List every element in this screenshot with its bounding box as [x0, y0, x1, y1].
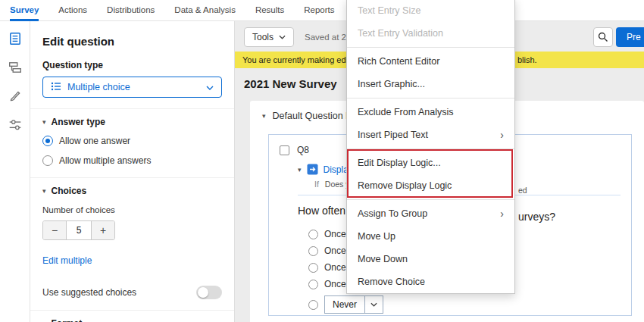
radio-icon — [308, 246, 318, 256]
submenu-arrow-icon: › — [500, 202, 504, 225]
choice-count-stepper: − 5 + — [42, 220, 115, 240]
menu-divider — [347, 199, 514, 200]
disclosure-triangle-icon: ▾ — [298, 166, 302, 174]
radio-icon — [308, 300, 318, 310]
choices-section: ▾ Choices Number of choices − 5 + Edit m… — [30, 177, 234, 299]
menu-item-insert-graphic[interactable]: Insert Graphic... — [347, 73, 514, 95]
menu-item-rich-content-editor[interactable]: Rich Content Editor — [347, 50, 514, 73]
context-menu: Text Entry Size Text Entry Validation Ri… — [346, 0, 515, 294]
radio-icon — [308, 230, 318, 239]
question-checkbox[interactable] — [280, 145, 289, 155]
top-nav: Survey Actions Distributions Data & Anal… — [0, 0, 644, 21]
menu-item-exclude-from-analysis[interactable]: Exclude From Analysis — [347, 101, 514, 123]
disclosure-triangle-icon: ▾ — [42, 118, 46, 126]
block-label: Default Question B — [273, 111, 352, 121]
search-icon — [598, 32, 608, 42]
menu-divider — [347, 47, 514, 48]
survey-builder-icon[interactable] — [8, 32, 22, 45]
use-suggested-choices-label: Use suggested choices — [42, 287, 136, 298]
radio-icon[interactable] — [42, 155, 53, 166]
condition-if: If — [314, 180, 319, 189]
search-button[interactable] — [593, 27, 613, 47]
submenu-arrow-icon: › — [500, 123, 504, 146]
answer-type-section: ▾ Answer type Allow one answer Allow mul… — [30, 108, 234, 167]
suggested-choices-row: Use suggested choices — [42, 286, 222, 299]
choices-label: Choices — [52, 186, 87, 196]
preview-button[interactable]: Pre — [616, 27, 644, 47]
chevron-down-icon[interactable] — [364, 296, 383, 313]
disclosure-triangle-icon: ▾ — [262, 112, 266, 120]
chevron-down-icon — [206, 82, 214, 92]
menu-item-move-down[interactable]: Move Down — [347, 248, 514, 270]
allow-multiple-answers-option[interactable]: Allow multiple answers — [42, 155, 222, 167]
menu-item-label: Insert Piped Text — [358, 130, 428, 140]
tab-data-analysis[interactable]: Data & Analysis — [174, 0, 236, 21]
survey-options-icon[interactable] — [8, 118, 22, 132]
menu-item-move-up[interactable]: Move Up — [347, 225, 514, 248]
suggested-choices-toggle[interactable] — [196, 286, 222, 299]
choice-dropdown-value: Never — [325, 299, 364, 310]
survey-flow-icon[interactable] — [8, 61, 22, 74]
menu-item-remove-display-logic[interactable]: Remove Display Logic — [347, 174, 514, 197]
disclosure-triangle-icon: ▾ — [42, 187, 46, 195]
panel-title: Edit question — [42, 35, 222, 48]
edit-multiple-link[interactable]: Edit multiple — [42, 255, 92, 266]
left-icon-rail — [0, 21, 30, 322]
menu-item-text-entry-size: Text Entry Size — [347, 0, 514, 22]
menu-divider — [347, 98, 514, 98]
edit-question-panel: Edit question Question type Multiple cho… — [30, 21, 235, 322]
question-id: Q8 — [297, 145, 309, 155]
menu-item-assign-to-group[interactable]: › Assign To Group — [347, 202, 514, 225]
choice-dropdown[interactable]: Never — [324, 295, 383, 314]
question-type-select[interactable]: Multiple choice — [42, 77, 222, 98]
format-label: Format — [52, 318, 83, 322]
tools-button[interactable]: Tools — [244, 27, 294, 47]
format-section: ▾ Format — [30, 310, 234, 322]
question-text-fragment: urveys? — [518, 211, 555, 223]
choices-header[interactable]: ▾ Choices — [42, 186, 222, 196]
menu-item-text-entry-validation: Text Entry Validation — [347, 22, 514, 45]
answer-type-label: Answer type — [52, 117, 105, 127]
radio-icon — [308, 280, 318, 289]
chevron-down-icon — [279, 35, 286, 39]
option-label: Allow multiple answers — [59, 155, 151, 166]
qualtrics-survey-editor: Survey Actions Distributions Data & Anal… — [0, 0, 644, 322]
choice-row: Never — [308, 295, 621, 314]
display-logic-icon — [307, 164, 318, 175]
question-type-label: Question type — [42, 60, 222, 70]
look-and-feel-icon[interactable] — [8, 89, 22, 103]
banner-text-fragment: blish. — [517, 52, 537, 68]
radio-selected-icon[interactable] — [42, 136, 53, 146]
tab-actions[interactable]: Actions — [58, 0, 87, 21]
format-header[interactable]: ▾ Format — [42, 318, 222, 322]
answer-type-header[interactable]: ▾ Answer type — [42, 117, 222, 127]
condition-text-fragment: ed — [518, 186, 527, 195]
multiple-choice-icon — [51, 81, 61, 94]
radio-icon — [308, 263, 318, 273]
tab-reports[interactable]: Reports — [304, 0, 334, 21]
decrement-button[interactable]: − — [43, 221, 66, 239]
menu-divider — [347, 148, 514, 149]
allow-one-answer-option[interactable]: Allow one answer — [42, 135, 222, 147]
menu-item-insert-piped-text[interactable]: › Insert Piped Text — [347, 123, 514, 146]
question-type-value: Multiple choice — [67, 82, 130, 92]
tab-survey[interactable]: Survey — [10, 0, 39, 21]
menu-item-label: Assign To Group — [358, 208, 427, 219]
option-label: Allow one answer — [59, 136, 130, 146]
tools-label: Tools — [252, 32, 274, 42]
choice-count-value: 5 — [66, 221, 92, 239]
increment-button[interactable]: + — [92, 221, 114, 239]
menu-item-remove-choice[interactable]: Remove Choice — [347, 270, 514, 293]
tab-distributions[interactable]: Distributions — [107, 0, 155, 21]
menu-item-edit-display-logic[interactable]: Edit Display Logic... — [347, 152, 514, 174]
number-of-choices-label: Number of choices — [42, 205, 222, 214]
tab-results[interactable]: Results — [255, 0, 284, 21]
